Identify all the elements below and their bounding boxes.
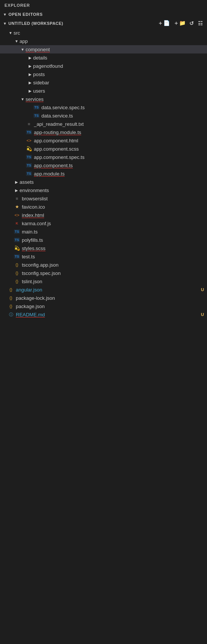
explorer-panel: EXPLORER ▼ OPEN EDITORS ▼ UNTITLED (WORK… (0, 0, 207, 319)
file-label-app-routing.module.ts: app-routing.module.ts (34, 130, 207, 135)
folder-label-sidebar: sidebar (33, 80, 207, 85)
tree-item-_api_readme_result.txt[interactable]: ≡_api_readme_result.txt (0, 120, 207, 128)
folder-label-assets: assets (20, 179, 207, 185)
workspace-arrow: ▼ (3, 21, 7, 26)
file-label-app.module.ts: app.module.ts (34, 171, 207, 177)
tree-item-src[interactable]: ▼src (0, 29, 207, 37)
ico-icon-favicon.ico: ★ (14, 204, 20, 209)
tree-item-README.md[interactable]: ⓘREADME.mdU (0, 310, 207, 319)
open-editors-arrow: ▼ (3, 12, 7, 17)
folder-label-src: src (14, 30, 207, 36)
json-icon-tsconfig.spec.json: {} (14, 271, 20, 275)
tree-item-favicon.ico[interactable]: ★favicon.ico (0, 203, 207, 211)
folder-arrow-assets: ▶ (14, 180, 20, 184)
open-editors-label: OPEN EDITORS (9, 12, 43, 17)
badge-angular.json: U (201, 287, 207, 292)
file-label-styles.scss: styles.scss (22, 246, 207, 251)
folder-arrow-component: ▼ (20, 47, 26, 52)
tree-item-details[interactable]: ▶details (0, 53, 207, 62)
file-label-test.ts: test.ts (22, 254, 207, 259)
folder-label-environments: environments (20, 188, 207, 193)
tree-item-tsconfig.app.json[interactable]: {}tsconfig.app.json (0, 261, 207, 269)
txt-icon-browserslist: ≡ (14, 196, 20, 201)
tree-item-karma.conf.js[interactable]: Kkarma.conf.js (0, 219, 207, 227)
file-label-browserslist: browserslist (22, 196, 207, 201)
badge-README.md: U (201, 312, 207, 317)
tree-item-index.html[interactable]: <>index.html (0, 211, 207, 219)
tree-item-main.ts[interactable]: TSmain.ts (0, 227, 207, 236)
tree-item-test.ts[interactable]: TStest.ts (0, 252, 207, 261)
md-icon-README.md: ⓘ (8, 312, 14, 317)
tree-item-app.component.scss[interactable]: 💫app.component.scss (0, 145, 207, 153)
new-file-icon[interactable]: ＋📄 (157, 20, 171, 27)
folder-arrow-sidebar: ▶ (27, 81, 33, 85)
file-label-_api_readme_result.txt: _api_readme_result.txt (34, 121, 207, 127)
tree-item-app-routing.module.ts[interactable]: TSapp-routing.module.ts (0, 128, 207, 136)
folder-label-users: users (33, 88, 207, 94)
json-icon-package-lock.json: {} (8, 296, 14, 300)
file-tree: ▼src▼app▼component▶details▶pagenotfound▶… (0, 29, 207, 319)
folder-arrow-posts: ▶ (27, 72, 33, 76)
tree-item-app.component.ts[interactable]: TSapp.component.ts (0, 161, 207, 169)
collapse-icon[interactable]: ☷ (197, 20, 204, 27)
tree-item-assets[interactable]: ▶assets (0, 178, 207, 186)
folder-label-pagenotfound: pagenotfound (33, 63, 207, 69)
folder-label-component: component (26, 47, 207, 52)
tree-item-app.component.spec.ts[interactable]: TSapp.component.spec.ts (0, 153, 207, 161)
folder-arrow-details: ▶ (27, 56, 33, 60)
json-icon-tsconfig.app.json: {} (14, 262, 20, 267)
tree-item-services[interactable]: ▼services (0, 95, 207, 103)
folder-label-details: details (33, 55, 207, 61)
tree-item-polyfills.ts[interactable]: TSpolyfills.ts (0, 236, 207, 244)
tree-item-styles.scss[interactable]: 💫styles.scss (0, 244, 207, 252)
scss-icon-styles.scss: 💫 (14, 246, 20, 251)
folder-arrow-src: ▼ (8, 31, 14, 35)
folder-arrow-services: ▼ (20, 97, 26, 101)
tree-item-component[interactable]: ▼component (0, 45, 207, 53)
folder-arrow-pagenotfound: ▶ (27, 64, 33, 68)
ts-icon-data.service.spec.ts: TS (33, 105, 40, 110)
ts-icon-main.ts: TS (14, 229, 20, 234)
workspace-actions: ＋📄 ＋📁 ↺ ☷ (157, 20, 204, 27)
file-label-package.json: package.json (16, 304, 207, 309)
tree-item-package-lock.json[interactable]: {}package-lock.json (0, 294, 207, 302)
tree-item-users[interactable]: ▶users (0, 87, 207, 95)
file-label-README.md: README.md (16, 312, 201, 317)
tree-item-app.component.html[interactable]: <>app.component.html (0, 136, 207, 145)
karma-icon-karma.conf.js: K (14, 221, 20, 225)
file-label-tsconfig.spec.json: tsconfig.spec.json (22, 270, 207, 276)
tree-item-app.module.ts[interactable]: TSapp.module.ts (0, 169, 207, 178)
file-label-app.component.spec.ts: app.component.spec.ts (34, 154, 207, 160)
file-label-favicon.ico: favicon.ico (22, 204, 207, 210)
tree-item-app[interactable]: ▼app (0, 37, 207, 45)
tree-item-package.json[interactable]: {}package.json (0, 302, 207, 310)
tree-item-data.service.ts[interactable]: TSdata.service.ts (0, 111, 207, 120)
tree-item-angular.json[interactable]: {}angular.jsonU (0, 285, 207, 294)
folder-label-services: services (26, 96, 207, 102)
tree-item-tslint.json[interactable]: {}tslint.json (0, 277, 207, 285)
tree-item-pagenotfound[interactable]: ▶pagenotfound (0, 62, 207, 70)
file-label-package-lock.json: package-lock.json (16, 295, 207, 301)
ts-icon-polyfills.ts: TS (14, 238, 20, 242)
new-folder-icon[interactable]: ＋📁 (172, 20, 187, 27)
tree-item-sidebar[interactable]: ▶sidebar (0, 78, 207, 87)
file-label-main.ts: main.ts (22, 229, 207, 235)
scss-icon-app.component.scss: 💫 (26, 146, 32, 151)
open-editors-header[interactable]: ▼ OPEN EDITORS (0, 11, 207, 18)
ts-icon-app.component.spec.ts: TS (26, 155, 32, 159)
tree-item-posts[interactable]: ▶posts (0, 70, 207, 78)
tree-item-tsconfig.spec.json[interactable]: {}tsconfig.spec.json (0, 269, 207, 277)
file-label-app.component.ts: app.component.ts (34, 163, 207, 168)
explorer-title: EXPLORER (0, 0, 207, 11)
tree-item-data.service.spec.ts[interactable]: TSdata.service.spec.ts (0, 103, 207, 111)
ts-icon-app-routing.module.ts: TS (26, 130, 32, 134)
refresh-icon[interactable]: ↺ (188, 20, 195, 27)
file-label-karma.conf.js: karma.conf.js (22, 221, 207, 226)
file-label-app.component.html: app.component.html (34, 138, 207, 143)
tree-item-browserslist[interactable]: ≡browserslist (0, 194, 207, 203)
workspace-header[interactable]: ▼ UNTITLED (WORKSPACE) ＋📄 ＋📁 ↺ ☷ (0, 18, 207, 29)
html-icon-app.component.html: <> (26, 138, 32, 143)
folder-arrow-environments: ▶ (14, 188, 20, 192)
tree-item-environments[interactable]: ▶environments (0, 186, 207, 194)
ts-icon-app.component.ts: TS (26, 163, 32, 168)
